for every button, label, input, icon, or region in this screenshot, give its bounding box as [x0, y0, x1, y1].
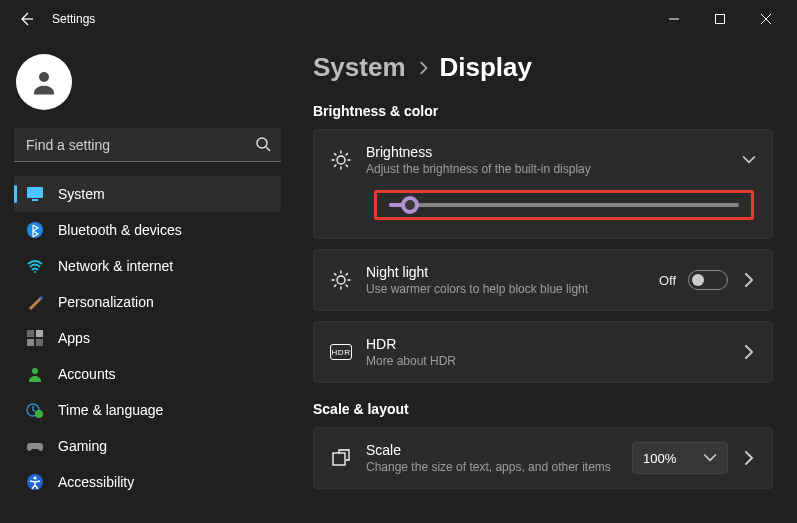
brightness-title: Brightness: [366, 144, 728, 160]
maximize-button[interactable]: [697, 3, 743, 35]
chevron-right-icon: [418, 61, 428, 75]
svg-rect-3: [27, 187, 43, 198]
paintbrush-icon: [26, 293, 44, 311]
sun-icon: [330, 149, 352, 171]
sidebar-item-accounts[interactable]: Accounts: [14, 356, 281, 392]
sidebar-item-label: System: [58, 186, 105, 202]
sidebar-item-label: Bluetooth & devices: [58, 222, 182, 238]
brightness-header[interactable]: Brightness Adjust the brightness of the …: [314, 130, 772, 190]
svg-point-11: [32, 368, 38, 374]
apps-icon: [26, 329, 44, 347]
svg-rect-0: [716, 15, 725, 24]
scale-panel[interactable]: Scale Change the size of text, apps, and…: [313, 427, 773, 489]
scale-sub: Change the size of text, apps, and other…: [366, 460, 618, 474]
brightness-sub: Adjust the brightness of the built-in di…: [366, 162, 636, 176]
svg-point-13: [35, 410, 43, 418]
sidebar-item-label: Gaming: [58, 438, 107, 454]
sidebar-item-time-language[interactable]: Time & language: [14, 392, 281, 428]
window-controls: [651, 3, 789, 35]
brightness-panel: Brightness Adjust the brightness of the …: [313, 129, 773, 239]
chevron-right-icon[interactable]: [740, 272, 756, 288]
sidebar-item-label: Time & language: [58, 402, 163, 418]
night-light-state: Off: [659, 273, 676, 288]
scale-title: Scale: [366, 442, 618, 458]
chevron-right-icon[interactable]: [740, 344, 756, 360]
sidebar-item-label: Apps: [58, 330, 90, 346]
brightness-slider-highlight: [374, 190, 754, 220]
svg-point-2: [257, 138, 267, 148]
svg-rect-10: [36, 339, 43, 346]
svg-point-16: [337, 156, 345, 164]
brightness-slider[interactable]: [389, 203, 739, 207]
slider-thumb[interactable]: [401, 196, 419, 214]
bluetooth-icon: [26, 221, 44, 239]
night-light-title: Night light: [366, 264, 645, 280]
svg-point-1: [39, 72, 49, 82]
sidebar-item-apps[interactable]: Apps: [14, 320, 281, 356]
sidebar-item-accessibility[interactable]: Accessibility: [14, 464, 281, 500]
night-light-panel[interactable]: Night light Use warmer colors to help bl…: [313, 249, 773, 311]
breadcrumb-current: Display: [440, 52, 533, 83]
sidebar-item-label: Network & internet: [58, 258, 173, 274]
scale-icon: [330, 447, 352, 469]
back-button[interactable]: [18, 11, 34, 27]
sidebar-item-system[interactable]: System: [14, 176, 281, 212]
section-brightness-color: Brightness & color: [313, 103, 773, 119]
hdr-icon: HDR: [330, 341, 352, 363]
breadcrumb: System Display: [313, 52, 773, 83]
hdr-title: HDR: [366, 336, 726, 352]
svg-rect-7: [27, 330, 34, 337]
svg-rect-4: [32, 199, 38, 201]
sidebar-item-label: Accounts: [58, 366, 116, 382]
svg-rect-18: [333, 453, 345, 465]
monitor-icon: [26, 185, 44, 203]
titlebar: Settings: [0, 0, 797, 38]
scale-value: 100%: [643, 451, 676, 466]
sidebar-item-gaming[interactable]: Gaming: [14, 428, 281, 464]
window-title: Settings: [52, 12, 95, 26]
gamepad-icon: [26, 437, 44, 455]
svg-point-15: [33, 476, 36, 479]
sidebar: System Bluetooth & devices Network & int…: [0, 38, 295, 523]
svg-point-17: [337, 276, 345, 284]
svg-rect-8: [36, 330, 43, 337]
search-input-container: [14, 128, 281, 162]
clock-globe-icon: [26, 401, 44, 419]
chevron-down-icon: [703, 451, 717, 465]
accessibility-icon: [26, 473, 44, 491]
night-light-sub: Use warmer colors to help block blue lig…: [366, 282, 636, 296]
search-icon: [255, 136, 271, 152]
scale-select[interactable]: 100%: [632, 442, 728, 474]
person-icon: [26, 365, 44, 383]
sidebar-item-label: Personalization: [58, 294, 154, 310]
main-content: System Display Brightness & color Bright…: [295, 38, 797, 523]
hdr-panel[interactable]: HDR HDR More about HDR: [313, 321, 773, 383]
sidebar-nav: System Bluetooth & devices Network & int…: [14, 176, 281, 500]
hdr-sub: More about HDR: [366, 354, 636, 368]
svg-rect-9: [27, 339, 34, 346]
breadcrumb-parent[interactable]: System: [313, 52, 406, 83]
avatar-icon: [16, 54, 72, 110]
sidebar-item-bluetooth[interactable]: Bluetooth & devices: [14, 212, 281, 248]
account-header[interactable]: [14, 48, 281, 124]
minimize-button[interactable]: [651, 3, 697, 35]
chevron-right-icon[interactable]: [740, 450, 756, 466]
svg-point-6: [34, 271, 36, 273]
wifi-icon: [26, 257, 44, 275]
search-input[interactable]: [14, 128, 281, 162]
chevron-down-icon[interactable]: [742, 153, 756, 167]
section-scale-layout: Scale & layout: [313, 401, 773, 417]
night-light-toggle[interactable]: [688, 270, 728, 290]
sidebar-item-personalization[interactable]: Personalization: [14, 284, 281, 320]
moon-sun-icon: [330, 269, 352, 291]
close-button[interactable]: [743, 3, 789, 35]
sidebar-item-label: Accessibility: [58, 474, 134, 490]
sidebar-item-network[interactable]: Network & internet: [14, 248, 281, 284]
